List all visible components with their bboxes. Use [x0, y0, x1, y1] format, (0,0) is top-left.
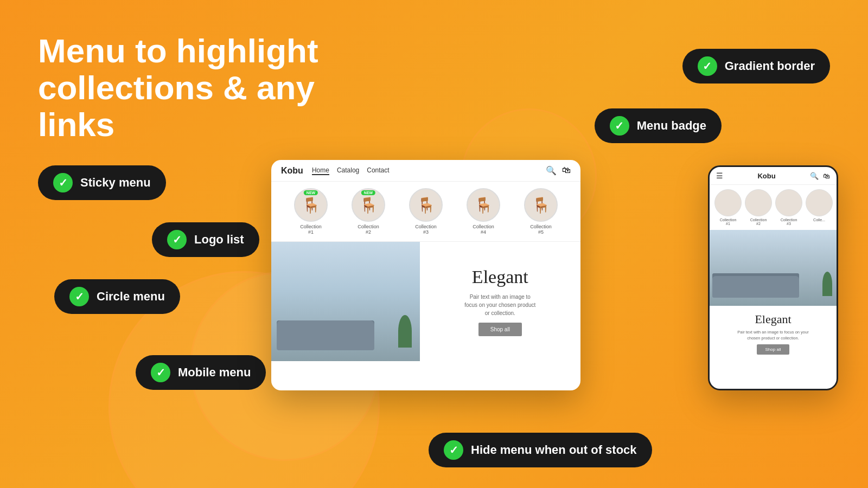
- cart-icon[interactable]: 🛍: [562, 165, 571, 176]
- mobile-nav-icons: 🔍 🛍: [810, 172, 830, 180]
- mobile-hero-text: Pair text with an image to focus on your…: [737, 330, 808, 341]
- check-icon: ✓: [151, 363, 170, 382]
- collection-circle-5: 🪑: [524, 188, 558, 222]
- mobile-collection-circle-1: [714, 189, 742, 216]
- collection-label-5: Collection#5: [530, 224, 552, 235]
- chair-icon-5: 🪑: [525, 189, 557, 221]
- feature-pill-hide: ✓ Hide menu when out of stock: [429, 433, 652, 467]
- desktop-mockup: Kobu Home Catalog Contact 🔍 🛍 NEW 🪑 Coll…: [271, 160, 580, 390]
- pill-label-gradient: Gradient border: [725, 59, 815, 73]
- sofa-shape: [277, 320, 374, 350]
- check-icon: ✓: [610, 116, 629, 136]
- mobile-collection-circle-2: [745, 189, 772, 216]
- mobile-collection-4[interactable]: Colle...: [805, 189, 833, 226]
- collection-label-3: Collection#3: [415, 224, 437, 235]
- nav-link-catalog[interactable]: Catalog: [337, 166, 359, 175]
- mobile-cart-icon[interactable]: 🛍: [823, 172, 830, 180]
- mobile-hero-image: [710, 230, 837, 306]
- main-headline: Menu to highlight collections & any link…: [38, 33, 374, 144]
- check-icon: ✓: [444, 440, 463, 460]
- mobile-sofa: [712, 276, 799, 298]
- mobile-collection-label-1: Collection#1: [720, 218, 737, 226]
- mockup-hero: Elegant Pair text with an image tofocus …: [271, 242, 580, 361]
- background: Menu to highlight collections & any link…: [0, 0, 868, 488]
- mockup-hero-content: Elegant Pair text with an image tofocus …: [420, 242, 580, 361]
- new-badge-2: NEW: [361, 190, 375, 195]
- nav-link-contact[interactable]: Contact: [367, 166, 389, 175]
- collection-item-1[interactable]: NEW 🪑 Collection#1: [294, 188, 328, 235]
- mobile-plant: [822, 272, 832, 296]
- collection-item-2[interactable]: NEW 🪑 Collection#2: [352, 188, 385, 235]
- collection-item-4[interactable]: 🪑 Collection#4: [467, 188, 500, 235]
- pill-label-mobile: Mobile menu: [178, 365, 251, 380]
- pill-label-sticky: Sticky menu: [80, 176, 151, 190]
- feature-pill-mobile: ✓ Mobile menu: [136, 355, 266, 390]
- pill-label-badge: Menu badge: [637, 119, 706, 133]
- mobile-collection-circle-3: [775, 189, 802, 216]
- mockup-nav-icons: 🔍 🛍: [546, 165, 571, 176]
- mobile-hero-content: Elegant Pair text with an image to focus…: [710, 306, 837, 361]
- feature-pill-sticky: ✓ Sticky menu: [38, 165, 166, 200]
- feature-pill-logo: ✓ Logo list: [152, 222, 259, 257]
- hero-text: Pair text with an image tofocus on your …: [464, 293, 535, 317]
- check-icon: ✓: [698, 56, 717, 76]
- pill-label-circle: Circle menu: [97, 290, 165, 304]
- mobile-collection-circle-4: [806, 189, 833, 216]
- mockup-navbar: Kobu Home Catalog Contact 🔍 🛍: [271, 160, 580, 182]
- mockup-collections: NEW 🪑 Collection#1 NEW 🪑 Collection#2 🪑 …: [271, 182, 580, 242]
- check-icon: ✓: [69, 287, 89, 306]
- mobile-collection-2[interactable]: Collection#2: [744, 189, 773, 226]
- mobile-collections: Collection#1 Collection#2 Collection#3 C…: [710, 185, 837, 230]
- mobile-collection-label-2: Collection#2: [750, 218, 767, 226]
- mobile-navbar: ☰ Kobu 🔍 🛍: [710, 167, 837, 185]
- headline-line2: collections & any links: [38, 69, 374, 143]
- pill-label-logo: Logo list: [194, 233, 244, 247]
- feature-pill-gradient: ✓ Gradient border: [682, 49, 830, 84]
- nav-link-home[interactable]: Home: [312, 166, 329, 175]
- hamburger-icon[interactable]: ☰: [716, 171, 723, 180]
- mobile-shop-all-button[interactable]: Shop all: [757, 344, 790, 355]
- shop-all-button[interactable]: Shop all: [478, 323, 522, 336]
- mobile-mockup: ☰ Kobu 🔍 🛍 Collection#1 Collection#2 Col…: [708, 165, 838, 390]
- search-icon[interactable]: 🔍: [546, 165, 557, 176]
- check-icon: ✓: [167, 230, 187, 249]
- mobile-collection-label-4: Colle...: [813, 218, 825, 222]
- collection-circle-3: 🪑: [409, 188, 443, 222]
- headline-line1: Menu to highlight: [38, 33, 374, 69]
- chair-icon-4: 🪑: [468, 189, 499, 221]
- feature-pill-circle: ✓ Circle menu: [54, 279, 180, 314]
- hero-title: Elegant: [472, 267, 528, 287]
- collection-circle-4: 🪑: [467, 188, 500, 222]
- collection-circle-2: NEW 🪑: [352, 188, 385, 222]
- mockup-nav-links: Home Catalog Contact: [312, 166, 390, 175]
- plant-shape: [398, 315, 412, 348]
- room-scene: [271, 242, 420, 361]
- mobile-search-icon[interactable]: 🔍: [810, 172, 819, 180]
- collection-item-3[interactable]: 🪑 Collection#3: [409, 188, 443, 235]
- collection-circle-1: NEW 🪑: [294, 188, 328, 222]
- collection-item-5[interactable]: 🪑 Collection#5: [524, 188, 558, 235]
- collection-label-1: Collection#1: [300, 224, 322, 235]
- mobile-hero-title: Elegant: [755, 312, 791, 326]
- mobile-collection-1[interactable]: Collection#1: [714, 189, 742, 226]
- mockup-logo: Kobu: [281, 166, 303, 176]
- mockup-hero-image: [271, 242, 420, 361]
- new-badge-1: NEW: [304, 190, 318, 195]
- check-icon: ✓: [53, 173, 73, 192]
- feature-pill-badge: ✓ Menu badge: [595, 108, 722, 143]
- mobile-collection-3[interactable]: Collection#3: [775, 189, 803, 226]
- pill-label-hide: Hide menu when out of stock: [471, 443, 637, 457]
- mobile-logo: Kobu: [727, 172, 806, 180]
- mobile-collection-label-3: Collection#3: [781, 218, 797, 226]
- collection-label-4: Collection#4: [473, 224, 494, 235]
- chair-icon-3: 🪑: [410, 189, 442, 221]
- collection-label-2: Collection#2: [358, 224, 379, 235]
